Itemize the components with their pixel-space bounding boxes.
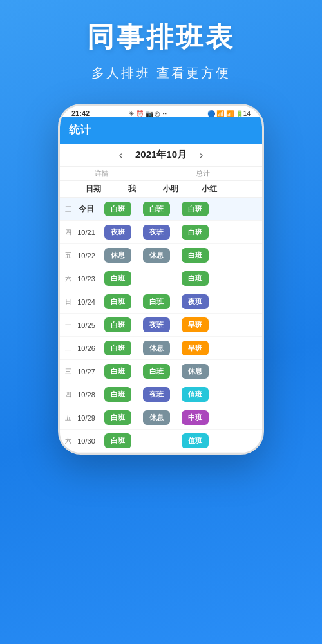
table-row[interactable]: 六 10/23 白班 白班 [60, 267, 262, 290]
table-row[interactable]: 日 10/24 白班 白班 夜班 [60, 290, 262, 314]
shift-cell-2: 夜班 [137, 223, 176, 242]
shift-cell-2 [137, 439, 176, 443]
date-cell: 10/25 [74, 321, 99, 329]
col-person3: 小红 [190, 184, 229, 194]
weekday-label: 六 [60, 437, 74, 446]
shift-cell-3: 早班 [176, 339, 214, 357]
weekday-label: 三 [60, 367, 74, 376]
shift-cell-3: 白班 [176, 269, 214, 288]
table-row[interactable]: 四 10/28 白班 夜班 值班 [60, 383, 262, 406]
phone-mockup: 21:42 ✳ ⏰ 📷 ◎ ··· 🔵 📶 📶 🔋14 统计 ‹ 2021年10… [58, 104, 264, 455]
shift-cell-2: 夜班 [137, 385, 176, 404]
header-section: 同事排班表 多人排班 查看更方便 [0, 0, 322, 104]
schedule-table: 三 今日 白班 白班 白班 四 10/21 夜班 夜班 白班 五 10/22 休… [60, 198, 262, 453]
date-cell: 10/23 [74, 275, 99, 283]
shift-cell-3: 早班 [176, 316, 214, 334]
weekday-label: 二 [60, 344, 74, 353]
weekday-label: 六 [60, 274, 74, 283]
date-cell: 10/30 [74, 437, 99, 445]
shift-cell-1: 白班 [99, 200, 137, 218]
shift-cell-2: 白班 [137, 362, 176, 381]
date-cell: 10/24 [74, 298, 99, 306]
weekday-label: 三 [60, 205, 74, 214]
app-header-title: 统计 [69, 122, 253, 137]
shift-cell-1: 白班 [99, 431, 137, 450]
shift-cell-2: 白班 [137, 292, 176, 311]
shift-cell-2: 夜班 [137, 316, 176, 334]
section-headers: 详情 总计 [60, 167, 262, 181]
shift-cell-1: 白班 [99, 362, 137, 381]
status-time: 21:42 [71, 109, 90, 117]
table-row[interactable]: 四 10/21 夜班 夜班 白班 [60, 221, 262, 244]
date-cell: 10/27 [74, 368, 99, 375]
shift-cell-1: 白班 [99, 339, 137, 357]
month-label: 2021年10月 [135, 149, 187, 161]
table-row[interactable]: 三 10/27 白班 白班 休息 [60, 360, 262, 383]
people-header: 日期 我 小明 小红 [60, 181, 262, 198]
shift-cell-3: 值班 [176, 431, 214, 450]
app-header: 统计 [60, 117, 262, 144]
col-date: 日期 [74, 184, 113, 194]
shift-cell-1: 夜班 [99, 223, 137, 242]
section-total: 总计 [144, 167, 262, 180]
phone-status-bar: 21:42 ✳ ⏰ 📷 ◎ ··· 🔵 📶 📶 🔋14 [60, 106, 262, 117]
date-cell: 10/21 [74, 229, 99, 236]
date-cell: 10/22 [74, 252, 99, 260]
shift-cell-3: 白班 [176, 246, 214, 265]
col-person2: 小明 [151, 184, 190, 194]
weekday-label: 一 [60, 321, 74, 330]
date-cell: 10/29 [74, 414, 99, 422]
date-cell: 10/28 [74, 391, 99, 399]
status-icons: ✳ ⏰ 📷 ◎ ··· [129, 110, 167, 117]
weekday-label: 五 [60, 413, 74, 422]
next-month-button[interactable]: › [197, 149, 205, 161]
shift-cell-1: 白班 [99, 316, 137, 334]
shift-cell-3: 中班 [176, 408, 214, 427]
shift-cell-3: 夜班 [176, 292, 214, 311]
month-navigator: ‹ 2021年10月 › [60, 144, 262, 167]
table-row[interactable]: 三 今日 白班 白班 白班 [60, 198, 262, 221]
prev-month-button[interactable]: ‹ [117, 149, 125, 161]
shift-cell-1: 白班 [99, 408, 137, 427]
table-row[interactable]: 一 10/25 白班 夜班 早班 [60, 314, 262, 337]
weekday-label: 四 [60, 228, 74, 237]
shift-cell-3: 白班 [176, 200, 214, 218]
sub-title: 多人排班 查看更方便 [13, 64, 309, 82]
col-person1: 我 [113, 184, 151, 194]
date-cell: 今日 [74, 204, 99, 214]
table-row[interactable]: 六 10/30 白班 值班 [60, 430, 262, 453]
date-cell: 10/26 [74, 345, 99, 352]
weekday-label: 四 [60, 390, 74, 399]
shift-cell-2: 休息 [137, 246, 176, 265]
weekday-label: 日 [60, 298, 74, 307]
shift-cell-3: 休息 [176, 362, 214, 381]
shift-cell-1: 白班 [99, 269, 137, 288]
table-row[interactable]: 五 10/29 白班 休息 中班 [60, 406, 262, 430]
main-title: 同事排班表 [13, 19, 309, 55]
shift-cell-1: 白班 [99, 292, 137, 311]
shift-cell-3: 值班 [176, 385, 214, 404]
table-row[interactable]: 五 10/22 休息 休息 白班 [60, 244, 262, 267]
shift-cell-1: 白班 [99, 385, 137, 404]
shift-cell-2: 休息 [137, 339, 176, 357]
shift-cell-2: 白班 [137, 200, 176, 218]
shift-cell-1: 休息 [99, 246, 137, 265]
shift-cell-3: 白班 [176, 223, 214, 242]
weekday-label: 五 [60, 251, 74, 260]
table-row[interactable]: 二 10/26 白班 休息 早班 [60, 337, 262, 360]
status-right: 🔵 📶 📶 🔋14 [207, 110, 251, 117]
shift-cell-2: 休息 [137, 408, 176, 427]
section-detail: 详情 [60, 167, 144, 180]
shift-cell-2 [137, 277, 176, 281]
